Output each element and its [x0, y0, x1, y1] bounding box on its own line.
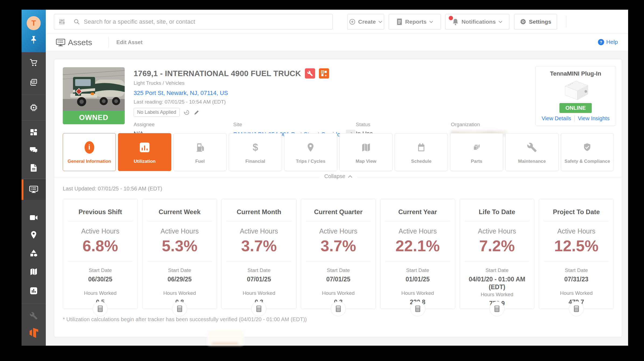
blurred-widget	[207, 330, 244, 345]
stat-card-current-year: Current Year Active Hours 22.1% Start Da…	[380, 199, 455, 309]
sidebar-item-map-icon[interactable]	[22, 265, 46, 278]
qr-code-button[interactable]: ★	[319, 68, 329, 79]
help-link[interactable]: ? Help	[598, 39, 618, 45]
gear-icon: ⚙	[520, 18, 526, 25]
create-label: Create	[358, 19, 376, 25]
stat-card-previous-shift: Previous Shift Active Hours 6.8% Start D…	[63, 199, 138, 309]
avatar[interactable]: T	[27, 16, 41, 30]
tab-trips-cycles[interactable]: Trips / Cycles	[284, 133, 337, 171]
active-hours-pct: 3.7%	[222, 237, 296, 255]
search-filter-button[interactable]	[54, 14, 69, 30]
sidebar-item-video-camera-icon[interactable]	[22, 211, 46, 224]
document-icon	[396, 18, 402, 25]
stat-card-current-week: Current Week Active Hours 5.3% Start Dat…	[142, 199, 217, 309]
page-title: Assets	[68, 38, 92, 47]
sidebar-separator	[22, 304, 46, 304]
asset-address-link[interactable]: 325 Port St, Newark, NJ, 07114, US	[134, 90, 511, 97]
tab-edit-asset[interactable]: Edit Asset	[116, 39, 142, 45]
sidebar-item-assets-active[interactable]	[22, 179, 46, 200]
asset-tabs: i General Information Utilization Fuel	[63, 133, 614, 171]
dollar-icon: $	[253, 142, 258, 153]
tab-schedule[interactable]: Schedule	[395, 133, 448, 171]
active-hours-pct: 6.8%	[63, 237, 138, 255]
sidebar: T	[22, 10, 46, 346]
collapse-button[interactable]: Collapse	[319, 173, 357, 179]
sidebar-item-reports-chart-icon[interactable]	[22, 284, 46, 297]
sidebar-item-marketplace-cart-icon[interactable]	[22, 56, 46, 69]
calculator-icon[interactable]	[489, 301, 504, 316]
assets-display-icon	[29, 185, 39, 194]
plus-circle-icon	[349, 19, 356, 25]
settings-button[interactable]: ⚙ Settings	[514, 14, 557, 30]
page-background: OWNED 1769,1 - INTERNATIONAL 4900 FUEL T…	[46, 51, 628, 346]
collapse-row: Collapse	[54, 177, 622, 183]
tab-safety-compliance[interactable]: Safety & Compliance	[561, 133, 614, 171]
stat-card-current-month: Current Month Active Hours 3.7% Start Da…	[221, 199, 297, 309]
chevron-down-icon	[429, 21, 433, 23]
folded-map-icon	[361, 143, 371, 152]
notifications-button[interactable]: Notifications	[445, 14, 509, 30]
main-area: Create Reports Notifications ⚙ Settings	[46, 10, 628, 346]
sidebar-item-shapes-icon[interactable]	[22, 247, 46, 260]
tab-fuel[interactable]: Fuel	[173, 133, 227, 171]
calendar-icon	[416, 142, 426, 153]
tenna-logo[interactable]	[28, 326, 39, 339]
reports-button[interactable]: Reports	[389, 14, 441, 30]
site-label: Site	[233, 122, 356, 128]
wrench-icon	[307, 70, 313, 76]
tracker-device-card: TennaMINI Plug-In ONLINE View Details	[535, 66, 616, 126]
sidebar-item-trackers-chip-icon[interactable]	[22, 101, 46, 114]
asset-last-reading: Last reading: 07/01/25 - 10:54 AM (EDT)	[134, 99, 511, 105]
calculator-icon[interactable]	[251, 301, 266, 316]
view-insights-link[interactable]: View Insights	[578, 115, 610, 122]
maintenance-wrench-button[interactable]	[305, 68, 315, 79]
chevron-down-icon	[378, 21, 382, 23]
notifications-label: Notifications	[461, 19, 496, 25]
chevron-down-icon	[499, 21, 502, 23]
settings-label: Settings	[529, 19, 551, 25]
tab-map-view[interactable]: Map View	[339, 133, 392, 171]
assets-display-icon	[55, 38, 66, 47]
calculator-icon[interactable]	[569, 301, 584, 316]
sidebar-header: T	[22, 10, 46, 52]
view-details-link[interactable]: View Details	[542, 115, 571, 122]
sidebar-item-messages-chat-icon[interactable]	[22, 144, 46, 157]
sidebar-item-tools-wrench-icon[interactable]	[22, 309, 46, 322]
pin-icon[interactable]	[29, 36, 38, 46]
history-icon[interactable]	[183, 109, 190, 116]
sidebar-separator	[22, 121, 46, 121]
bell-icon	[452, 18, 459, 26]
sidebar-item-news-feed-icon[interactable]	[22, 76, 46, 89]
tab-financial[interactable]: $ Financial	[229, 133, 282, 171]
active-hours-pct: 7.2%	[460, 237, 534, 255]
device-status-badge: ONLINE	[559, 103, 592, 113]
organization-label: Organization	[451, 122, 507, 128]
tab-utilization[interactable]: Utilization	[118, 133, 171, 171]
status-label: Status	[356, 122, 451, 128]
app-window: T	[22, 10, 628, 346]
calculator-icon[interactable]	[410, 301, 425, 316]
stat-card-project-to-date: Project To Date Active Hours 12.5% Start…	[539, 199, 614, 309]
sidebar-item-documents-icon[interactable]	[22, 161, 46, 174]
calculator-icon[interactable]	[172, 301, 187, 316]
tab-maintenance[interactable]: Maintenance	[505, 133, 558, 171]
tab-general-information[interactable]: i General Information	[63, 133, 116, 171]
notification-dot	[449, 16, 453, 20]
create-button[interactable]: Create	[347, 14, 384, 30]
fuel-pump-icon	[195, 142, 206, 153]
topbar-divider	[566, 16, 566, 27]
search-input[interactable]	[83, 18, 332, 26]
calculator-icon[interactable]	[331, 301, 346, 316]
help-question-icon: ?	[598, 39, 604, 45]
screenshot-stage: T	[0, 0, 644, 361]
tab-parts[interactable]: Parts	[450, 133, 503, 171]
info-icon: i	[85, 141, 94, 154]
search-icon	[74, 19, 80, 25]
page-header: Assets Edit Asset ? Help	[46, 34, 628, 51]
edit-pencil-icon[interactable]	[194, 109, 200, 115]
asset-detail-card: OWNED 1769,1 - INTERNATIONAL 4900 FUEL T…	[54, 59, 622, 337]
sidebar-item-dashboard-icon[interactable]	[22, 126, 46, 139]
calculator-icon[interactable]	[93, 301, 108, 316]
sidebar-item-location-pin-icon[interactable]	[22, 228, 46, 241]
asset-photo[interactable]: OWNED	[63, 67, 125, 124]
